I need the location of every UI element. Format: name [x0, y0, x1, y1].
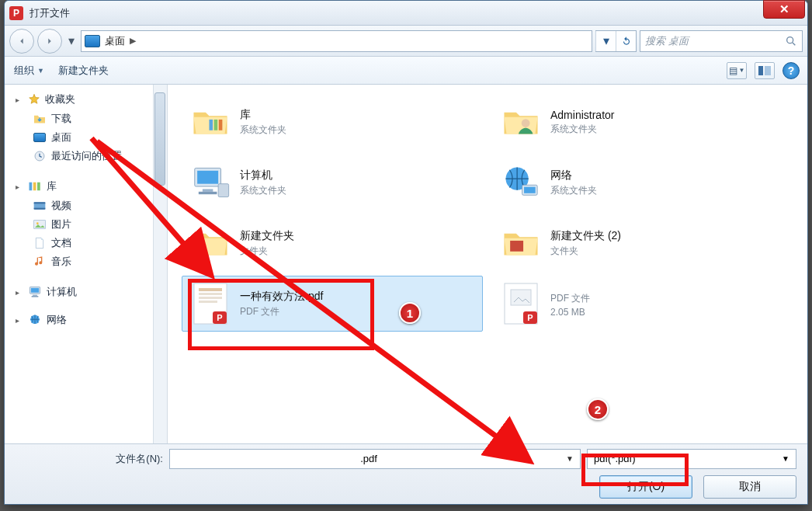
address-dropdown[interactable]: ▾: [595, 31, 616, 51]
svg-line-1: [793, 43, 795, 45]
svg-rect-32: [199, 297, 222, 299]
sidebar-item-music[interactable]: 音乐: [16, 252, 164, 271]
svg-rect-12: [31, 288, 39, 293]
open-button[interactable]: 打开(O): [599, 475, 692, 499]
organize-button[interactable]: 组织 ▼: [14, 64, 44, 78]
item-new-folder-2[interactable]: 新建文件夹 (2) 文件夹: [492, 215, 793, 271]
pdf-file-icon: P: [189, 282, 232, 325]
search-input[interactable]: [645, 35, 780, 47]
svg-rect-14: [32, 296, 39, 297]
filename-input[interactable]: .pdf ▼: [169, 449, 581, 469]
close-button[interactable]: ✕: [763, 0, 805, 19]
open-file-dialog: P 打开文件 ✕ ▾ 桌面 ▶ ▾ 组: [4, 0, 808, 505]
item-subtitle: PDF 文件: [550, 292, 590, 305]
sidebar-favorites[interactable]: ▸ 收藏夹: [16, 92, 164, 106]
chevron-right-icon: ▸: [16, 316, 23, 325]
address-bar[interactable]: 桌面 ▶: [81, 30, 592, 52]
help-button[interactable]: ?: [783, 62, 800, 79]
refresh-icon: [621, 36, 632, 47]
computer-icon: [28, 286, 42, 298]
svg-rect-5: [37, 182, 40, 191]
item-size: 2.05 MB: [550, 307, 590, 318]
dialog-body: ▸ 收藏夹 下载 桌面 最近访问的位置: [5, 85, 807, 443]
user-folder-icon: [499, 100, 543, 144]
sidebar-item-label: 图片: [51, 217, 71, 231]
chevron-right-icon: ▸: [16, 288, 23, 297]
sidebar-item-pictures[interactable]: 图片: [16, 215, 164, 234]
new-folder-button[interactable]: 新建文件夹: [58, 64, 109, 78]
chevron-down-icon: ▼: [739, 67, 745, 74]
documents-icon: [33, 237, 47, 249]
item-new-folder[interactable]: 新建文件夹 文件夹: [182, 215, 483, 271]
item-network[interactable]: 网络 系统文件夹: [492, 155, 793, 210]
svg-rect-31: [199, 293, 222, 295]
sidebar-item-videos[interactable]: 视频: [16, 196, 164, 215]
cancel-label: 取消: [739, 480, 761, 494]
breadcrumb-location[interactable]: 桌面: [105, 34, 125, 48]
view-icon: ▤: [729, 65, 737, 76]
sidebar-network-label: 网络: [47, 313, 67, 327]
dialog-footer: 文件名(N): .pdf ▼ pdf(*.pdf) ▼ 打开(O) 取消: [5, 443, 807, 504]
svg-rect-30: [199, 288, 222, 291]
refresh-button[interactable]: [616, 31, 636, 51]
chevron-down-icon: ▼: [566, 454, 574, 463]
music-icon: [33, 255, 47, 268]
svg-rect-3: [29, 182, 33, 191]
star-icon: [28, 93, 40, 106]
item-subtitle: PDF 文件: [240, 305, 323, 318]
view-options-button[interactable]: ▤▼: [727, 62, 747, 79]
sidebar-item-downloads[interactable]: 下载: [16, 110, 164, 128]
svg-text:P: P: [217, 313, 222, 322]
window-title: 打开文件: [29, 6, 70, 20]
item-libraries[interactable]: 库 系统文件夹: [182, 94, 483, 150]
cancel-button[interactable]: 取消: [703, 475, 796, 499]
preview-pane-button[interactable]: [755, 62, 775, 79]
item-subtitle: 系统文件夹: [550, 123, 614, 136]
svg-rect-17: [214, 120, 218, 130]
forward-button[interactable]: [37, 29, 62, 54]
item-title: 网络: [550, 169, 597, 182]
sidebar-item-recent[interactable]: 最近访问的位置: [16, 147, 164, 165]
preview-icon: [758, 66, 771, 75]
item-title: 新建文件夹: [240, 229, 294, 243]
sidebar-network[interactable]: ▸ 网络: [16, 313, 164, 327]
item-title: 库: [240, 108, 286, 122]
pdf-file-icon: P: [499, 282, 543, 325]
sidebar-computer[interactable]: ▸ 计算机: [16, 285, 164, 299]
sidebar-item-label: 视频: [51, 199, 71, 213]
app-icon: P: [9, 6, 23, 20]
item-title: 计算机: [240, 169, 286, 182]
item-pdf-selected[interactable]: P 一种有效方法.pdf PDF 文件: [182, 276, 483, 332]
item-title: 一种有效方法.pdf: [240, 290, 323, 304]
help-icon: ?: [788, 64, 795, 77]
back-button[interactable]: [9, 29, 34, 54]
search-icon: [785, 35, 797, 47]
search-box[interactable]: [640, 30, 803, 52]
sidebar-item-documents[interactable]: 文档: [16, 234, 164, 252]
address-actions: ▾: [595, 30, 637, 52]
scrollbar-thumb[interactable]: [154, 92, 165, 186]
network-icon: [499, 161, 543, 204]
item-pdf-2[interactable]: P PDF 文件 2.05 MB: [492, 276, 793, 332]
sidebar-item-desktop[interactable]: 桌面: [16, 128, 164, 147]
recent-icon: [33, 150, 47, 162]
nav-history-dropdown[interactable]: ▾: [65, 33, 78, 48]
chevron-right-icon: ▶: [130, 36, 136, 46]
svg-text:P: P: [527, 313, 533, 322]
sidebar-computer-label: 计算机: [47, 285, 77, 299]
sidebar-item-label: 最近访问的位置: [51, 149, 122, 163]
sidebar-libraries[interactable]: ▸ 库: [16, 179, 164, 193]
sidebar-scrollbar[interactable]: [153, 85, 167, 443]
desktop-icon: [85, 35, 100, 47]
sidebar-favorites-label: 收藏夹: [45, 92, 75, 106]
libraries-icon: [189, 100, 232, 144]
chevron-down-icon: ▼: [782, 454, 789, 463]
item-title: Administrator: [550, 109, 614, 121]
pictures-icon: [33, 218, 47, 231]
nav-row: ▾ 桌面 ▶ ▾: [5, 26, 807, 57]
filetype-select[interactable]: pdf(*.pdf) ▼: [587, 449, 796, 469]
arrow-left-icon: [16, 36, 27, 47]
item-administrator[interactable]: Administrator 系统文件夹: [492, 94, 793, 150]
svg-rect-28: [510, 241, 523, 252]
item-computer[interactable]: 计算机 系统文件夹: [182, 155, 483, 210]
